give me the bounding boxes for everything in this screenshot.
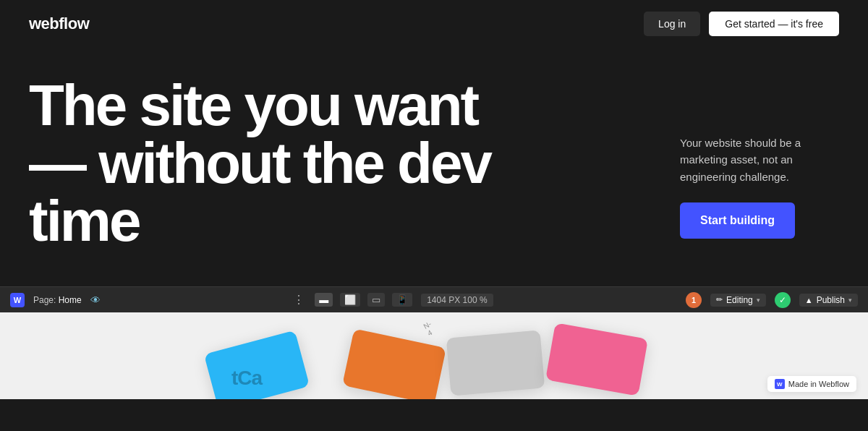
- hero-section: The site you want — without the dev time…: [0, 48, 868, 286]
- more-options-icon[interactable]: ⋮: [293, 293, 306, 307]
- get-started-button[interactable]: Get started — it's free: [709, 12, 839, 36]
- card-text: tCa: [231, 367, 262, 390]
- logo: webflow: [29, 14, 89, 33]
- login-button[interactable]: Log in: [644, 12, 700, 36]
- person-icon: ▲: [805, 296, 813, 304]
- tablet-icon[interactable]: ⬜: [340, 293, 360, 307]
- card-orange: [342, 328, 446, 399]
- desktop-icon[interactable]: ▬: [315, 293, 333, 307]
- card-label: N-4: [422, 320, 436, 337]
- editor-page-label: Page: Home: [33, 295, 82, 305]
- status-check-icon: ✓: [775, 292, 791, 308]
- header-nav: Log in Get started — it's free: [644, 12, 839, 36]
- canvas-preview: N-4 tCa W Made in Webflow: [0, 312, 868, 399]
- publish-button[interactable]: ▲ Publish ▾: [799, 294, 858, 307]
- header: webflow Log in Get started — it's free: [0, 0, 868, 48]
- tablet-landscape-icon[interactable]: ▭: [367, 293, 385, 307]
- dimensions-display: 1404 PX 100 %: [421, 294, 493, 307]
- webflow-badge-logo: W: [775, 379, 785, 389]
- canvas-cards: N-4 tCa: [0, 327, 868, 399]
- editor-logo: W: [10, 293, 25, 307]
- pencil-icon: ✏: [716, 295, 723, 304]
- publish-label: Publish: [817, 295, 845, 305]
- hero-right: Your website should be a marketing asset…: [680, 77, 839, 239]
- publish-chevron-icon: ▾: [848, 296, 852, 304]
- hero-headline: The site you want — without the dev time: [29, 77, 521, 250]
- user-avatar: 1: [686, 292, 702, 308]
- editor-page-name: Home: [59, 295, 82, 305]
- hero-subtext: Your website should be a marketing asset…: [680, 135, 839, 185]
- start-building-button[interactable]: Start building: [680, 202, 795, 239]
- made-in-webflow-badge: W Made in Webflow: [767, 376, 856, 392]
- editing-label: Editing: [726, 295, 753, 305]
- eye-icon[interactable]: 👁: [90, 294, 101, 306]
- editing-chevron-icon: ▾: [757, 296, 760, 304]
- card-gray: [446, 330, 545, 396]
- editing-mode[interactable]: ✏ Editing ▾: [710, 294, 766, 307]
- mobile-icon[interactable]: 📱: [392, 293, 412, 307]
- card-pink: [545, 323, 648, 396]
- made-in-webflow-label: Made in Webflow: [788, 380, 849, 388]
- editor-bar: W Page: Home 👁 ⋮ ▬ ⬜ ▭ 📱 1404 PX 100 % 1…: [0, 286, 868, 312]
- viewport-icons: ▬ ⬜ ▭ 📱: [315, 293, 412, 307]
